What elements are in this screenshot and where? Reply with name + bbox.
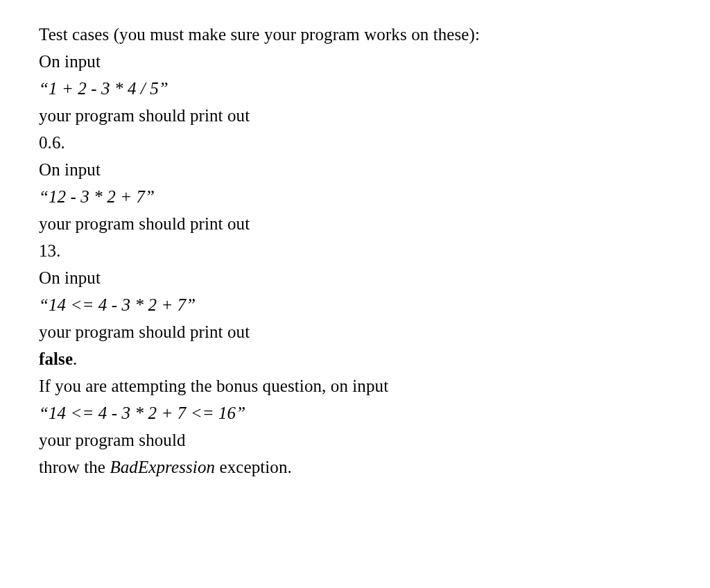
document-page: Test cases (you must make sure your prog… [0,0,710,501]
should-print-label-3: your program should print out [39,318,671,345]
throw-the-text: throw the [39,458,110,476]
expected-output-3: false. [39,345,671,372]
period: . [73,349,77,368]
should-print-label-2: your program should print out [39,210,671,237]
exception-text: exception. [215,458,292,476]
test-input-4: “14 <= 4 - 3 * 2 + 7 <= 16” [39,399,671,426]
on-input-label-1: On input [39,48,671,75]
bad-expression-name: BadExpression [110,458,215,476]
on-input-label-3: On input [39,264,671,291]
on-input-label-2: On input [39,156,671,183]
should-print-label-1: your program should print out [39,102,671,129]
test-cases-heading: Test cases (you must make sure your prog… [39,21,671,48]
your-program-should: your program should [39,426,671,453]
expected-output-1: 0.6. [39,129,671,156]
bonus-question-label: If you are attempting the bonus question… [39,372,671,399]
test-input-1: “1 + 2 - 3 * 4 / 5” [39,75,671,102]
test-input-3: “14 <= 4 - 3 * 2 + 7” [39,291,671,318]
throw-exception-line: throw the BadExpression exception. [39,453,671,481]
test-input-2: “12 - 3 * 2 + 7” [39,183,671,210]
false-keyword: false [39,349,73,368]
expected-output-2: 13. [39,237,671,264]
